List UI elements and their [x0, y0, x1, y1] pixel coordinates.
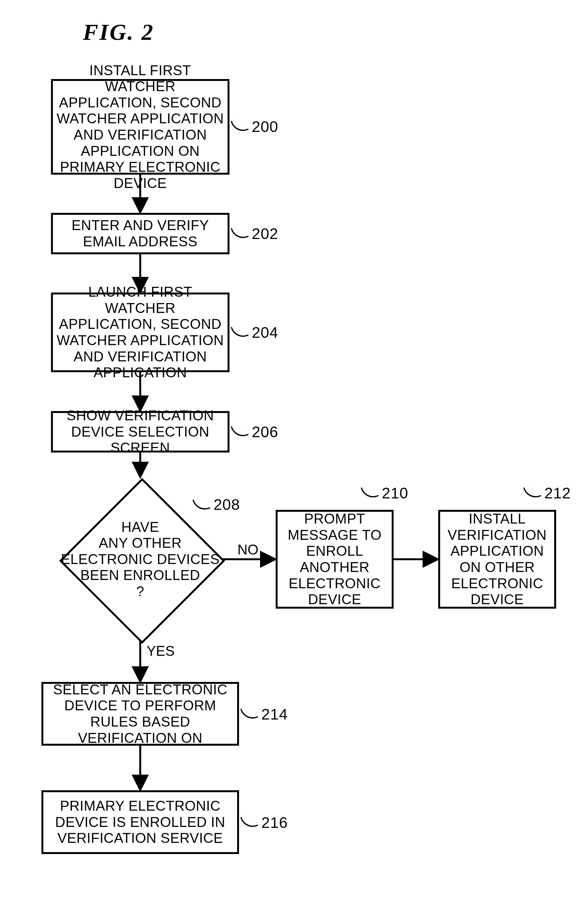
step-202: ENTER AND VERIFY EMAIL ADDRESS	[51, 213, 229, 254]
ref-212: 212	[544, 484, 571, 502]
step-206: SHOW VERIFICATION DEVICE SELECTION SCREE…	[51, 411, 229, 452]
ref-206: 206	[252, 423, 278, 441]
ref-208: 208	[213, 496, 240, 513]
ref-210: 210	[382, 484, 408, 502]
step-200-text: INSTALL FIRST WATCHER APPLICATION, SECON…	[56, 62, 224, 192]
step-212: INSTALL VERIFICATION APPLICATION ON OTHE…	[438, 510, 556, 609]
step-216-text: PRIMARY ELECTRONIC DEVICE IS ENROLLED IN…	[46, 798, 234, 846]
step-204-text: LAUNCH FIRST WATCHER APPLICATION, SECOND…	[56, 284, 224, 381]
ref-200: 200	[252, 118, 278, 135]
step-210-text: PROMPT MESSAGE TO ENROLL ANOTHER ELECTRO…	[281, 511, 388, 608]
step-210: PROMPT MESSAGE TO ENROLL ANOTHER ELECTRO…	[276, 510, 394, 609]
step-200: INSTALL FIRST WATCHER APPLICATION, SECON…	[51, 79, 229, 175]
ref-204: 204	[252, 324, 278, 341]
ref-214: 214	[261, 705, 288, 723]
step-202-text: ENTER AND VERIFY EMAIL ADDRESS	[72, 218, 209, 249]
ref-216: 216	[261, 814, 288, 831]
step-214-text: SELECT AN ELECTRONIC DEVICE TO PERFORM R…	[46, 682, 234, 746]
branch-no: NO	[237, 542, 259, 558]
flowchart-canvas: FIG. 2 INSTALL FIRST WATCHER APPLICATION…	[0, 0, 588, 905]
branch-yes: YES	[146, 643, 175, 659]
step-204: LAUNCH FIRST WATCHER APPLICATION, SECOND…	[51, 292, 229, 372]
step-214: SELECT AN ELECTRONIC DEVICE TO PERFORM R…	[41, 682, 239, 746]
step-212-text: INSTALL VERIFICATION APPLICATION ON OTHE…	[443, 511, 551, 608]
step-206-text: SHOW VERIFICATION DEVICE SELECTION SCREE…	[56, 408, 224, 456]
figure-title: FIG. 2	[83, 19, 154, 46]
ref-202: 202	[252, 225, 278, 243]
step-216: PRIMARY ELECTRONIC DEVICE IS ENROLLED IN…	[41, 790, 239, 854]
